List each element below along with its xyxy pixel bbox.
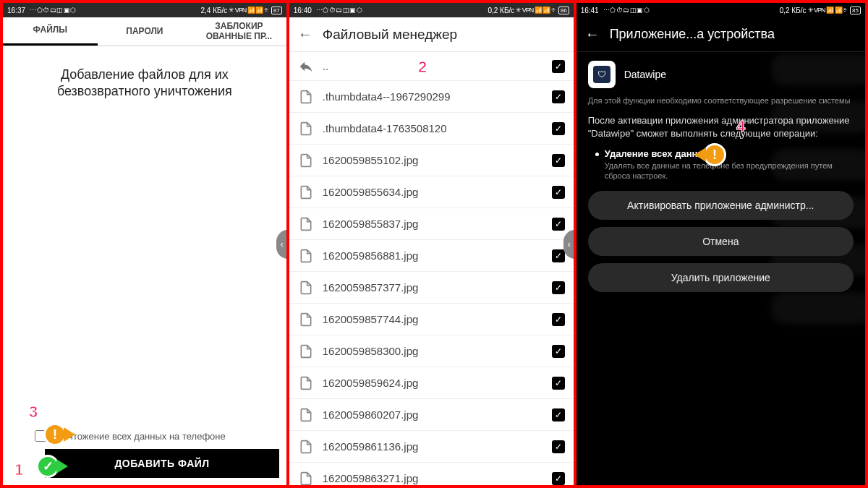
status-time: 16:40: [294, 7, 312, 14]
file-icon: [298, 375, 314, 391]
screen-1: 16:37 ⋯ ⬠ ⏱ 🗂 ◫ ▣ ⬡ 2,4 КБ/с ✳ VPN 📶 📶 ᯤ…: [3, 3, 289, 485]
file-icon: [298, 216, 314, 232]
delete-app-button[interactable]: Удалить приложение: [588, 263, 854, 292]
app-bar: ← Приложение...а устройства: [576, 17, 865, 52]
file-name: 1620059855837.jpg: [323, 218, 543, 230]
bullet-icon: [595, 153, 599, 156]
file-icon: [298, 89, 314, 105]
file-icon: [298, 184, 314, 200]
annotation-num-2: 2: [418, 58, 427, 77]
status-icons-left: ⋯ ⬠ ⏱ 🗂 ◫ ▣ ⬡: [30, 7, 75, 14]
checkbox-checked-icon[interactable]: ✓: [552, 345, 565, 358]
file-row[interactable]: 1620059856881.jpg✓: [289, 240, 574, 272]
checkbox-checked-icon[interactable]: ✓: [552, 186, 565, 199]
checkbox-checked-icon[interactable]: ✓: [552, 313, 565, 326]
side-handle-icon[interactable]: ‹: [276, 230, 288, 259]
screen3-body: 🛡 Datawipe Для этой функции необходимо с…: [576, 52, 865, 308]
checkbox-checked-icon[interactable]: ✓: [552, 377, 565, 390]
file-icon: [298, 312, 314, 328]
screen-3: 16:41 ⋯ ⬠ ⏱ 🗂 ◫ ▣ ⬡ 0,2 КБ/с ✳ VPN 📶 📶 ᯤ…: [576, 3, 865, 485]
status-net: 2,4 КБ/с: [200, 7, 227, 14]
file-name: 1620059861136.jpg: [323, 440, 543, 453]
status-net: 0,2 КБ/с: [780, 7, 807, 14]
file-row[interactable]: 1620059863271.jpg✓: [289, 463, 574, 485]
file-row[interactable]: 1620059855634.jpg✓: [289, 176, 574, 208]
back-arrow-icon[interactable]: ←: [585, 26, 600, 43]
status-bar: 16:40 ⋯ ⬠ ⏱ 🗂 ◫ ▣ ⬡ 0,2 КБ/с ✳ VPN 📶 📶 ᯤ…: [289, 3, 574, 17]
status-battery: 86: [558, 7, 569, 14]
file-icon: [298, 248, 314, 264]
checkbox-checked-icon[interactable]: ✓: [552, 90, 565, 103]
file-name: 1620059857744.jpg: [323, 313, 543, 325]
file-row[interactable]: 1620059861136.jpg✓: [289, 431, 574, 463]
checkbox-checked-icon[interactable]: ✓: [552, 472, 565, 485]
annotation-num-4: 4: [736, 117, 745, 136]
destroy-all-label: Уничтожение всех данных на телефоне: [52, 431, 226, 442]
checkbox-checked-icon[interactable]: ✓: [552, 60, 565, 73]
file-name: .thumbdata4-1763508120: [323, 122, 543, 134]
checkbox-checked-icon[interactable]: ✓: [552, 408, 565, 421]
status-time: 16:41: [581, 7, 599, 14]
status-icons-right: ✳ VPN 📶 📶 ᯤ: [229, 7, 270, 14]
file-name: 1620059856881.jpg: [323, 249, 543, 262]
status-battery: 87: [271, 7, 282, 14]
file-row[interactable]: 1620059857744.jpg✓: [289, 304, 574, 335]
status-icons-right: ✳ VPN 📶 📶 ᯤ: [516, 7, 557, 14]
file-icon: [298, 121, 314, 137]
tab-bar: ФАЙЛЫ ПАРОЛИ ЗАБЛОКИР ОВАННЫЕ ПР...: [3, 17, 286, 46]
app-bar: ← Файловый менеджер: [289, 17, 574, 52]
file-name: 1620059863271.jpg: [323, 472, 543, 484]
app-name: Datawipe: [624, 69, 666, 80]
file-row[interactable]: .thumbdata4-1763508120✓: [289, 113, 574, 145]
screen-2: 16:40 ⋯ ⬠ ⏱ 🗂 ◫ ▣ ⬡ 0,2 КБ/с ✳ VPN 📶 📶 ᯤ…: [289, 3, 576, 485]
back-arrow-icon[interactable]: ←: [298, 26, 312, 43]
file-row[interactable]: 1620059859624.jpg✓: [289, 367, 574, 399]
status-icons-left: ⋯ ⬠ ⏱ 🗂 ◫ ▣ ⬡: [316, 7, 362, 14]
tab-blocked[interactable]: ЗАБЛОКИР ОВАННЫЕ ПР...: [192, 17, 286, 46]
appbar-title: Файловый менеджер: [323, 27, 457, 43]
cancel-button[interactable]: Отмена: [588, 227, 854, 256]
status-icons-left: ⋯ ⬠ ⏱ 🗂 ◫ ▣ ⬡: [603, 7, 649, 14]
file-name: 1620059860207.jpg: [323, 408, 543, 421]
file-row[interactable]: 1620059855102.jpg✓: [289, 145, 574, 176]
status-net: 0,2 КБ/с: [488, 7, 514, 14]
checkbox-checked-icon[interactable]: ✓: [552, 281, 565, 294]
activate-button[interactable]: Активировать приложение администр...: [588, 191, 854, 220]
status-bar: 16:37 ⋯ ⬠ ⏱ 🗂 ◫ ▣ ⬡ 2,4 КБ/с ✳ VPN 📶 📶 ᯤ…: [3, 3, 286, 17]
add-file-button[interactable]: ДОБАВИТЬ ФАЙЛ: [45, 449, 278, 478]
file-name: 1620059855102.jpg: [323, 154, 543, 166]
checkbox-checked-icon[interactable]: ✓: [552, 249, 565, 262]
annotation-marker-4: !: [694, 143, 726, 166]
status-icons-right: ✳ VPN 📶 📶 ᯤ: [808, 7, 849, 14]
status-battery: 85: [850, 7, 861, 14]
file-name: 1620059857377.jpg: [323, 281, 543, 294]
app-icon: 🛡: [588, 61, 616, 88]
file-row[interactable]: 1620059860207.jpg✓: [289, 399, 574, 431]
file-icon: [298, 153, 314, 168]
shield-icon: 🛡: [593, 66, 610, 83]
activation-text: После активации приложения администратор…: [588, 114, 854, 140]
checkbox-checked-icon[interactable]: ✓: [552, 154, 565, 167]
checkbox-checked-icon[interactable]: ✓: [552, 122, 565, 135]
app-info-row: 🛡 Datawipe: [588, 61, 854, 88]
tab-files[interactable]: ФАЙЛЫ: [3, 17, 98, 46]
file-row[interactable]: 1620059858300.jpg✓: [289, 335, 574, 367]
file-row[interactable]: 1620059855837.jpg✓: [289, 208, 574, 240]
status-bar: 16:41 ⋯ ⬠ ⏱ 🗂 ◫ ▣ ⬡ 0,2 КБ/с ✳ VPN 📶 📶 ᯤ…: [576, 3, 865, 17]
checkbox-checked-icon[interactable]: ✓: [552, 218, 565, 231]
reply-icon: [298, 59, 314, 74]
parent-dir-row[interactable]: .. ✓: [289, 52, 574, 81]
annotation-marker-1: ✓: [36, 455, 68, 478]
file-row[interactable]: 1620059857377.jpg✓: [289, 272, 574, 304]
checkbox-checked-icon[interactable]: ✓: [552, 440, 565, 453]
bullet-title: Удаление всех данных: [605, 148, 854, 159]
annotation-num-1: 1: [14, 461, 23, 479]
file-icon: [298, 407, 314, 423]
file-row[interactable]: .thumbdata4--1967290299✓: [289, 81, 574, 113]
file-icon: [298, 439, 314, 455]
parent-dir-label: ..: [323, 60, 543, 72]
file-name: 1620059858300.jpg: [323, 345, 543, 357]
file-list[interactable]: .. ✓ .thumbdata4--1967290299✓ .thumbdata…: [289, 52, 574, 485]
file-icon: [298, 471, 314, 486]
tab-passwords[interactable]: ПАРОЛИ: [98, 17, 192, 46]
